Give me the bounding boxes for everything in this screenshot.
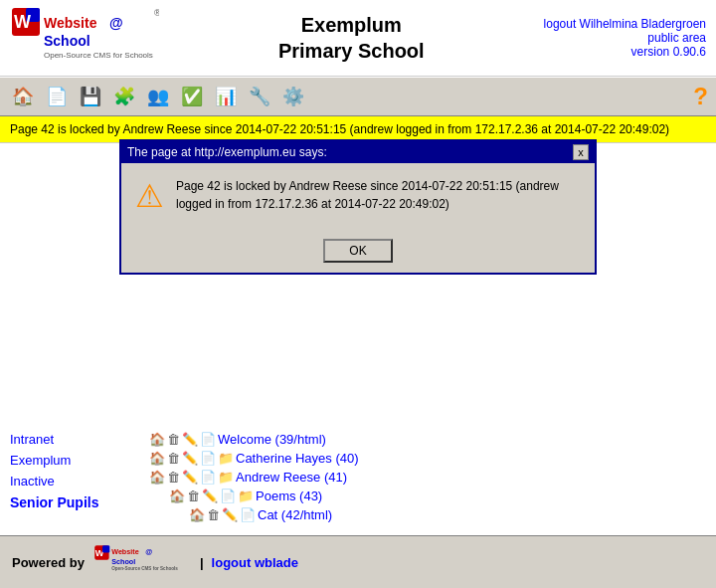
- modal-close-button[interactable]: x: [573, 144, 589, 160]
- modal-title: The page at http://exemplum.eu says:: [127, 145, 327, 159]
- ok-button[interactable]: OK: [323, 239, 392, 263]
- warning-icon: ⚠: [135, 177, 164, 215]
- modal-message: Page 42 is locked by Andrew Reese since …: [176, 177, 581, 213]
- modal-body: ⚠ Page 42 is locked by Andrew Reese sinc…: [121, 163, 595, 229]
- modal-dialog: The page at http://exemplum.eu says: x ⚠…: [119, 139, 597, 275]
- modal-titlebar: The page at http://exemplum.eu says: x: [121, 141, 595, 163]
- modal-footer: OK: [121, 229, 595, 273]
- modal-overlay: The page at http://exemplum.eu says: x ⚠…: [0, 0, 716, 588]
